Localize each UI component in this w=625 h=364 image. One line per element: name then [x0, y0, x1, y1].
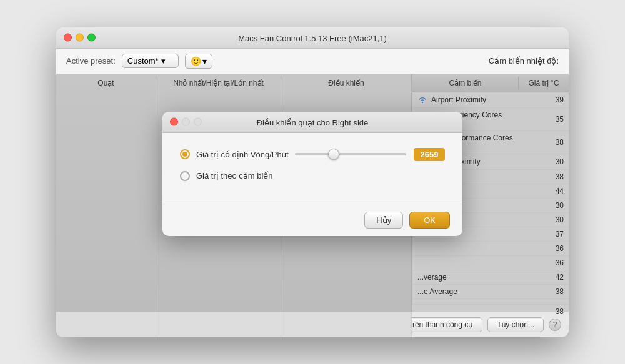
- header-value: Giá trị °C: [519, 77, 569, 89]
- modal-body: Giá trị cố định Vòng/Phút 2659 Giá trị t…: [162, 133, 462, 204]
- sensor-row-0: Airport Proximity 39: [412, 92, 569, 108]
- emoji-dropdown-icon: ▾: [202, 56, 207, 66]
- titlebar: Macs Fan Control 1.5.13 Free (iMac21,1): [56, 27, 569, 49]
- sensor-name-11: ...verage: [412, 273, 519, 282]
- sensor-val-4: 38: [519, 172, 569, 181]
- temp-section-label: Cảm biến nhiệt độ:: [489, 56, 559, 66]
- option1-label: Giá trị cố định Vòng/Phút: [196, 150, 289, 159]
- traffic-lights: [64, 34, 96, 42]
- slider-thumb[interactable]: [328, 149, 339, 160]
- sensor-row-12: ...e Average 38: [412, 285, 569, 299]
- modal-minimize-button: [182, 118, 190, 126]
- option2-label: Giá trị theo cảm biến: [196, 171, 273, 180]
- sensor-row-11: ...verage 42: [412, 270, 569, 285]
- modal-footer: Hủy OK: [162, 204, 462, 236]
- option1-row: Giá trị cố định Vòng/Phút 2659: [180, 148, 445, 161]
- options-button[interactable]: Tùy chọn...: [488, 317, 544, 332]
- sensor-table-header: Cảm biến Giá trị °C: [412, 74, 569, 92]
- dropdown-arrow-icon: ▾: [161, 56, 166, 66]
- sensor-row-10: 36: [412, 256, 569, 270]
- sensor-name-0: Airport Proximity: [412, 95, 519, 105]
- sensor-val-5: 44: [519, 187, 569, 195]
- main-wrapper: Quạt Nhỏ nhất/Hiện tại/Lớn nhất Điều khi…: [56, 74, 569, 312]
- modal-close-button[interactable]: [170, 118, 178, 126]
- sensor-val-6: 30: [519, 201, 569, 210]
- sensor-name-12: ...e Average: [412, 287, 519, 296]
- ok-button[interactable]: OK: [409, 212, 450, 229]
- sensor-val-8: 37: [519, 230, 569, 239]
- sensor-label-12: ...e Average: [418, 287, 458, 296]
- window-title: Macs Fan Control 1.5.13 Free (iMac21,1): [238, 34, 387, 43]
- modal-maximize-button: [194, 118, 202, 126]
- slider-value: 2659: [414, 148, 445, 161]
- modal-title: Điều khiển quạt cho Right side: [257, 118, 369, 127]
- emoji-button[interactable]: 🙂 ▾: [185, 54, 212, 69]
- sensor-val-0: 39: [519, 96, 569, 104]
- wifi-icon: [418, 95, 428, 105]
- sensor-val-11: 42: [519, 273, 569, 282]
- sensor-val-14: 38: [519, 307, 569, 316]
- close-button[interactable]: [64, 34, 72, 42]
- sensor-val-10: 36: [519, 258, 569, 267]
- modal-titlebar: Điều khiển quạt cho Right side: [162, 112, 462, 133]
- emoji-icon: 🙂: [191, 56, 201, 66]
- modal-dialog: Điều khiển quạt cho Right side Giá trị c…: [162, 112, 462, 236]
- help-button[interactable]: ?: [549, 318, 561, 331]
- sensor-row-14: 38: [412, 305, 569, 319]
- sensor-val-2: 38: [519, 138, 569, 147]
- main-window: Macs Fan Control 1.5.13 Free (iMac21,1) …: [56, 27, 569, 337]
- preset-value: Custom*: [128, 56, 159, 66]
- sensor-row-9: 36: [412, 242, 569, 256]
- option2-radio[interactable]: [180, 171, 190, 181]
- header-sensor: Cảm biến: [412, 77, 519, 89]
- header-fan: Quạt: [56, 77, 156, 337]
- modal-traffic-lights: [170, 118, 202, 126]
- slider-row: 2659: [295, 148, 445, 161]
- maximize-button[interactable]: [88, 34, 96, 42]
- minimize-button[interactable]: [76, 34, 84, 42]
- sensor-val-12: 38: [519, 287, 569, 296]
- toolbar: Active preset: Custom* ▾ 🙂 ▾ Cảm biến nh…: [56, 49, 569, 74]
- sensor-val-7: 30: [519, 215, 569, 224]
- sensor-label-11: ...verage: [418, 273, 447, 282]
- slider-track: [295, 153, 406, 155]
- svg-point-4: [422, 101, 423, 102]
- sensor-row-13: [412, 299, 569, 305]
- preset-dropdown[interactable]: Custom* ▾: [122, 54, 179, 68]
- preset-label: Active preset:: [66, 56, 116, 66]
- option1-radio[interactable]: [180, 149, 190, 159]
- sensor-val-3: 30: [519, 157, 569, 166]
- sensor-val-1: 35: [519, 115, 569, 124]
- option2-row: Giá trị theo cảm biến: [180, 171, 445, 181]
- sensor-val-9: 36: [519, 244, 569, 253]
- cancel-button[interactable]: Hủy: [364, 212, 403, 229]
- sensor-label-0: Airport Proximity: [431, 96, 486, 104]
